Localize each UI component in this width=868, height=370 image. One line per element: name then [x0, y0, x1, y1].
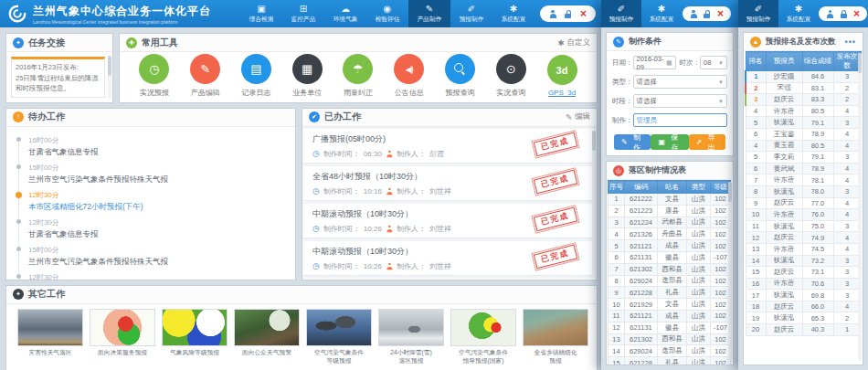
todo-item[interactable]: 16时00分甘肃省气象信息专报: [28, 135, 286, 158]
handover-scrollbar[interactable]: [108, 56, 111, 99]
done-item[interactable]: 广播预报(05时00分)◷制作时间：06:30制作人：彭霞已完成: [303, 129, 596, 164]
table-row[interactable]: 14629024迭部县山洪102: [609, 345, 731, 357]
done-item[interactable]: 全省48小时预报（10时30分）◷制作时间：10:16制作人：刘世祥已完成: [303, 166, 596, 201]
customize-button[interactable]: ✱ 自定义: [557, 37, 590, 48]
nav-item-预报制作[interactable]: ✐预报制作: [601, 0, 641, 27]
table-row[interactable]: 8629024迭部县山洪102: [609, 275, 731, 287]
button-导出[interactable]: ⇗导出: [689, 134, 725, 150]
other-work-item[interactable]: 空气污染气象条件指导预报(国家): [450, 309, 516, 365]
table-row[interactable]: 3赵庆云83.32: [746, 94, 861, 106]
table-row[interactable]: 2宋强83.12: [746, 82, 861, 94]
table-row[interactable]: 6王宝鉴78.94: [746, 128, 861, 140]
table-row[interactable]: 16许东蓓70.63: [746, 278, 861, 290]
nav-item-系统配置[interactable]: ✱系统配置: [778, 0, 819, 27]
table-row[interactable]: 19狄潇泓65.32: [746, 312, 861, 324]
tool-实况预报[interactable]: ◷实况预报: [139, 54, 169, 98]
button-制作[interactable]: ✎制作: [614, 134, 651, 150]
other-work-item[interactable]: 24小时降雪(雪)落区预报: [378, 309, 444, 365]
nav-item-系统配置[interactable]: ✱系统配置: [641, 0, 682, 27]
table-row[interactable]: 8狄潇泓78.03: [746, 185, 861, 197]
date-input[interactable]: 2016-03-09 ▦: [633, 56, 676, 69]
table-row[interactable]: 7许东蓓78.14: [746, 174, 861, 186]
table-row[interactable]: 5狄潇泓79.13: [746, 117, 861, 129]
other-work-item[interactable]: 面向公众天气预警: [234, 309, 300, 365]
tool-实况查询[interactable]: ⊙实况查询: [496, 54, 526, 98]
table-row[interactable]: 20赵庆云40.31: [746, 324, 861, 336]
user-icon[interactable]: [826, 10, 833, 18]
table-row[interactable]: 5621121成县山洪102: [609, 240, 731, 252]
tool-预报查询[interactable]: 预报查询: [445, 54, 475, 98]
other-work-item[interactable]: 灾害性天气落区: [17, 309, 83, 365]
button-保存[interactable]: ▣保存: [651, 134, 688, 150]
table-row[interactable]: 4许东蓓80.54: [746, 105, 861, 117]
table-row[interactable]: 1沙宏娥84.63: [746, 71, 861, 83]
user-icon[interactable]: [690, 10, 697, 18]
lock-icon[interactable]: [840, 10, 847, 18]
type-select[interactable]: 请选择 ▼: [633, 75, 728, 89]
table-row[interactable]: 4621326舟曲县山洪102: [609, 228, 731, 240]
edit-button[interactable]: ✎ 编辑: [566, 111, 590, 122]
table-row[interactable]: 17狄潇泓69.83: [746, 290, 861, 301]
other-work-item[interactable]: 面向决策服务预报: [90, 309, 155, 365]
table-row[interactable]: 13621302西和县山洪102: [609, 333, 731, 345]
table-row[interactable]: 6黄武斌78.94: [746, 163, 861, 174]
table-row[interactable]: 4黄玉霞80.54: [746, 140, 861, 152]
table-row[interactable]: 10许东蓓76.04: [746, 209, 861, 221]
nav-item-检验评估[interactable]: ◉检验评估: [366, 0, 408, 27]
table-row[interactable]: 11狄潇泓75.03: [746, 220, 861, 232]
other-work-item[interactable]: 气象风险等级预报: [162, 309, 228, 365]
todo-item[interactable]: 12时30分本市区域精细化72小时预报(下午): [28, 272, 286, 280]
done-scrollbar[interactable]: [592, 131, 596, 276]
done-item[interactable]: 中期滚动预报（10时30分）◷制作时间：10:26制作人：刘世祥已完成: [303, 204, 596, 238]
done-item[interactable]: 中期滚动预报（10时30分）◷制作时间：10:26制作人：刘世祥已完成: [303, 241, 596, 276]
rank-scrollbar[interactable]: [858, 53, 862, 361]
table-row[interactable]: 12621131徽县山洪-107: [609, 322, 731, 333]
maker-input[interactable]: 管理员: [633, 113, 728, 127]
tool-公告信息[interactable]: ◀)公告信息: [394, 54, 424, 98]
tool-记录日志[interactable]: ▤记录日志: [241, 54, 271, 98]
todo-item[interactable]: 12时30分本市区域精细化72小时预报(下午): [28, 190, 286, 213]
nav-item-系统配置[interactable]: ✱系统配置: [492, 0, 535, 27]
tool-GPS_3d[interactable]: 3dGPS_3d: [547, 55, 577, 97]
table-row[interactable]: 5李文莉79.13: [746, 152, 861, 164]
other-work-item[interactable]: 空气污染气象条件等级预报: [306, 309, 372, 365]
period-select[interactable]: 请选择 ▼: [633, 94, 728, 108]
other-work-item[interactable]: 全省乡镇精细化预报: [523, 309, 588, 365]
table-row[interactable]: 7621302西和县山洪102: [609, 263, 731, 275]
lock-icon[interactable]: [704, 10, 711, 18]
done-item[interactable]: 中期滚动预报（10时30分）◷制作时间：10:26制作人：刘世祥已完成: [303, 279, 596, 280]
hour-select[interactable]: 08 ▼: [700, 56, 727, 69]
table-row[interactable]: 15621228礼县山洪102: [609, 357, 731, 365]
tool-业务单位[interactable]: ▦业务单位: [292, 54, 323, 98]
table-row[interactable]: 9621228礼县山洪102: [609, 287, 731, 299]
table-row[interactable]: 15赵庆云73.13: [746, 267, 861, 279]
nav-item-综合检测[interactable]: ▣综合检测: [240, 0, 282, 27]
table-row[interactable]: 12赵庆云74.94: [746, 232, 861, 244]
tool-产品编辑[interactable]: ✎产品编辑: [190, 54, 220, 98]
table-row[interactable]: 6621131徽县山洪-107: [609, 251, 731, 263]
table-row[interactable]: 3621224武都县山洪102: [609, 217, 731, 228]
lock-icon[interactable]: [565, 10, 572, 18]
table-row[interactable]: 18赵庆云66.04: [746, 301, 861, 312]
close-icon[interactable]: ×: [717, 8, 724, 19]
area-scrollbar[interactable]: [728, 182, 732, 361]
table-row[interactable]: 9赵庆云77.04: [746, 197, 861, 209]
table-row[interactable]: 1621222文县山洪102: [609, 194, 731, 206]
table-row[interactable]: 13许东蓓74.54: [746, 243, 861, 255]
todo-item[interactable]: 15时00分兰州市空气污染气象条件预报特殊天气报: [28, 245, 286, 268]
close-icon[interactable]: ×: [853, 8, 860, 19]
nav-item-产品制作[interactable]: ✎产品制作: [408, 0, 450, 27]
more-menu-button[interactable]: •••: [845, 37, 856, 47]
table-row[interactable]: 14狄潇泓73.23: [746, 255, 861, 267]
tool-雨量纠正[interactable]: ☂雨量纠正: [343, 54, 373, 98]
todo-item[interactable]: 15时00分兰州市空气污染气象条件预报特殊天气报: [28, 163, 286, 185]
nav-item-监控产品[interactable]: ⊞监控产品: [282, 0, 324, 27]
nav-item-预报制作[interactable]: ✐预报制作: [738, 0, 778, 27]
nav-item-预报制作[interactable]: ✐预报制作: [450, 0, 492, 27]
table-row[interactable]: 10621929文县山洪102: [609, 299, 731, 311]
user-icon[interactable]: [549, 10, 556, 18]
todo-item[interactable]: 12时30分甘肃省气象信息专报: [28, 217, 286, 240]
nav-item-环境气象[interactable]: ☁环境气象: [324, 0, 366, 27]
table-row[interactable]: 11621121成县山洪102: [609, 310, 731, 322]
close-icon[interactable]: ×: [580, 8, 587, 19]
